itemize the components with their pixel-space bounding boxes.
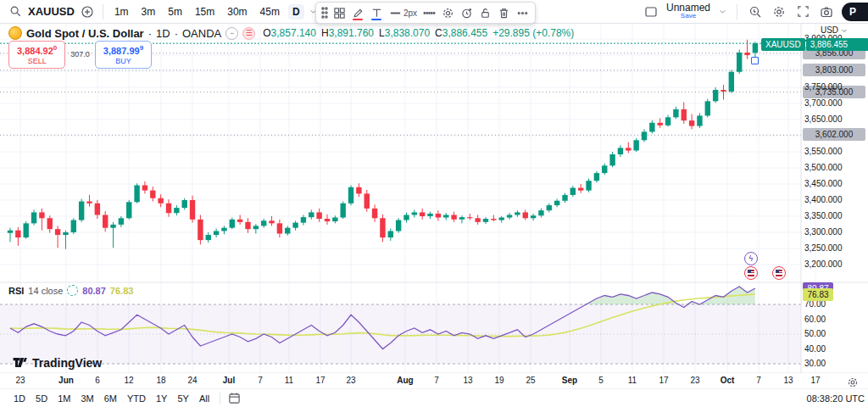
time-label-day: 17 — [306, 376, 335, 385]
timeframe-30m[interactable]: 30m — [223, 4, 251, 20]
drawing-color-pencil-icon[interactable] — [349, 4, 366, 21]
time-label-month: Jul — [214, 376, 243, 385]
dot-separator: · — [148, 27, 152, 40]
time-label-day: 17 — [801, 376, 830, 385]
rsi-params: 14 close — [28, 286, 63, 296]
divider — [103, 4, 103, 20]
ohlc-values: O3,857.140 H3,891.760 L3,838.070 C3,886.… — [263, 27, 574, 39]
timeframe-1m[interactable]: 1m — [110, 4, 133, 20]
fullscreen-icon[interactable] — [794, 3, 811, 20]
rsi-legend[interactable]: RSI 14 close 80.87 76.83 — [8, 285, 133, 296]
timeframe-5m[interactable]: 5m — [164, 4, 186, 20]
us-flag-event-icon[interactable] — [744, 266, 758, 280]
high-value: 3,891.760 — [329, 27, 374, 39]
divider — [737, 4, 737, 20]
symbol-exchange[interactable]: OANDA — [182, 27, 221, 40]
time-label-day: 7 — [422, 376, 451, 385]
layout-save-link[interactable]: Save — [681, 12, 696, 20]
time-label-day: 7 — [744, 376, 773, 385]
range-5y[interactable]: 5Y — [172, 393, 193, 404]
rsi-title[interactable]: RSI — [8, 286, 24, 296]
time-label-day: 7 — [246, 376, 275, 385]
more-options-icon[interactable] — [514, 4, 531, 21]
line-width-label[interactable]: 2px — [403, 8, 417, 18]
clock-utc[interactable]: 08:38:20 UTC — [807, 393, 868, 404]
time-label-day: 23 — [681, 376, 709, 385]
range-all[interactable]: All — [194, 393, 214, 404]
time-label-day: 18 — [147, 376, 175, 385]
spread-value: 307.0 — [70, 50, 90, 59]
symbol-legend[interactable]: Gold Spot / U.S. Dollar · 1D · OANDA − ☰… — [8, 26, 574, 40]
time-axis[interactable]: 23Jun6121824Jul7111723Aug7131925Sep51117… — [0, 373, 868, 388]
layout-chevron-down-icon[interactable] — [717, 3, 727, 20]
time-label-day: 13 — [774, 376, 803, 385]
time-label-day: 5 — [587, 376, 615, 385]
range-1d[interactable]: 1D — [8, 393, 31, 404]
timeframe-15m[interactable]: 15m — [191, 4, 219, 20]
template-grid-icon[interactable] — [331, 4, 348, 21]
hide-legend-icon[interactable]: − — [225, 27, 238, 40]
timeframe-1d-selected[interactable]: D — [288, 4, 304, 20]
line-width-icon[interactable] — [387, 4, 403, 21]
rsi-value: 80.87 — [82, 286, 106, 296]
sell-label: SELL — [17, 56, 57, 66]
snapshot-camera-icon[interactable] — [818, 3, 835, 20]
time-label-day: 6 — [83, 376, 112, 385]
symbol-search-button[interactable]: XAUUSD — [28, 5, 75, 18]
open-value: 3,857.140 — [271, 27, 316, 39]
time-label-month: Jun — [52, 376, 81, 385]
add-alert-icon[interactable] — [458, 4, 475, 21]
tradingview-logo-icon — [12, 354, 28, 371]
sell-button[interactable]: 3,884.920 SELL — [8, 41, 65, 69]
buy-button[interactable]: 3,887.999 BUY — [95, 41, 152, 69]
range-5d[interactable]: 5D — [31, 393, 53, 404]
line-style-dotted-icon[interactable] — [420, 4, 437, 21]
lock-icon[interactable] — [476, 4, 493, 21]
range-1y[interactable]: 1Y — [151, 393, 172, 404]
trade-buttons: 3,884.920 SELL 307.0 3,887.999 BUY — [8, 41, 152, 69]
time-label-month: Oct — [713, 376, 742, 385]
search-icon[interactable] — [7, 3, 24, 20]
time-label-day: 24 — [178, 376, 207, 385]
us-flag-event-icon[interactable] — [772, 266, 786, 280]
time-label-day: 11 — [618, 376, 647, 385]
range-3m[interactable]: 3M — [75, 393, 98, 404]
layout-name-button[interactable]: Unnamed Save — [666, 3, 710, 20]
timeframe-3m[interactable]: 3m — [137, 4, 160, 20]
trash-icon[interactable] — [495, 4, 512, 21]
quick-search-icon[interactable] — [747, 3, 764, 20]
symbol-title[interactable]: Gold Spot / U.S. Dollar — [26, 27, 144, 40]
economic-event-icon[interactable]: ϟ — [744, 252, 758, 265]
layout-name-label: Unnamed — [666, 3, 710, 12]
publish-button[interactable]: P — [842, 3, 868, 21]
time-label-day: 23 — [6, 376, 35, 385]
change-value: +29.895 (+0.78%) — [492, 27, 574, 39]
time-label-day: 25 — [516, 376, 545, 385]
time-label-day: 13 — [453, 376, 482, 385]
bottom-bar: 1D 5D 1M 3M 6M YTD 1Y 5Y All 08:38:20 UT… — [0, 389, 868, 407]
go-to-date-calendar-icon[interactable] — [225, 390, 242, 407]
chart-settings-gear-icon[interactable] — [771, 3, 787, 20]
time-label-month: Sep — [555, 376, 584, 385]
gold-symbol-logo — [8, 26, 22, 40]
range-1m[interactable]: 1M — [53, 393, 75, 404]
dot-separator: · — [175, 27, 178, 40]
drag-handle[interactable] — [320, 4, 329, 21]
symbol-interval[interactable]: 1D — [156, 27, 170, 40]
time-label-month: Aug — [391, 376, 420, 385]
range-ytd[interactable]: YTD — [122, 393, 151, 404]
drawing-settings-icon[interactable] — [439, 4, 456, 21]
close-value: 3,886.455 — [442, 27, 487, 39]
text-color-icon[interactable] — [368, 4, 385, 21]
rsi-loading-icon — [67, 285, 78, 296]
layout-select-icon[interactable] — [643, 3, 659, 20]
timeframe-45m[interactable]: 45m — [256, 4, 284, 20]
price-axis-currency[interactable]: USD — [804, 25, 864, 35]
compare-add-icon[interactable] — [79, 3, 96, 20]
time-axis-settings-gear-icon[interactable] — [844, 374, 861, 391]
range-6m[interactable]: 6M — [99, 393, 122, 404]
low-value: 3,838.070 — [385, 27, 430, 39]
selected-point-marker[interactable] — [751, 57, 759, 64]
legend-menu-icon[interactable]: ☰ — [242, 27, 255, 40]
time-label-day: 19 — [485, 376, 514, 385]
